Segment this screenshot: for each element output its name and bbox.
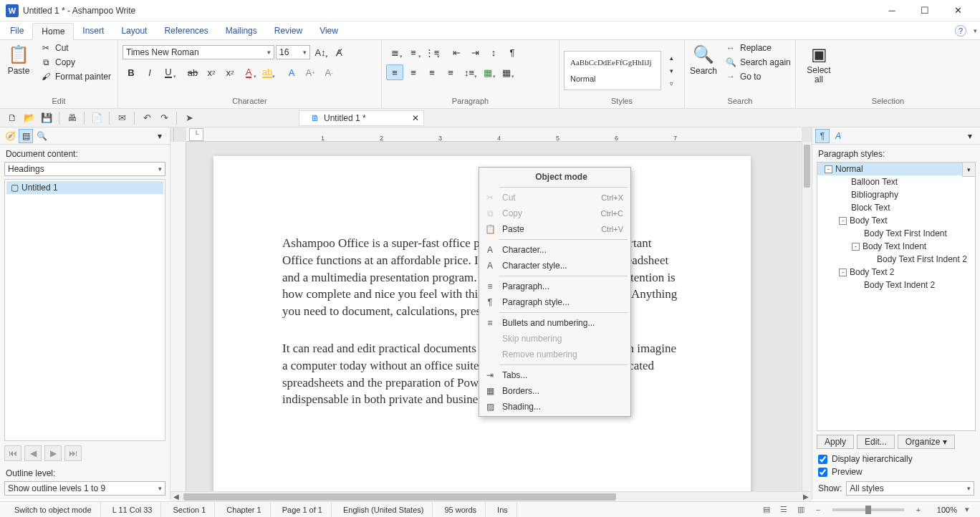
style-node[interactable]: Bibliography: [817, 188, 975, 201]
ctx-tabs-[interactable]: ⇥Tabs...: [479, 367, 630, 383]
copy-button[interactable]: ⧉Copy: [36, 56, 115, 69]
outline-level-combo[interactable]: Show outline levels 1 to 9▾: [4, 481, 165, 496]
bold-icon[interactable]: B: [123, 64, 140, 80]
font-size-step-icon[interactable]: A↕: [312, 44, 329, 60]
borders-icon[interactable]: ▦: [498, 64, 515, 80]
menu-tab-home[interactable]: Home: [32, 23, 74, 40]
superscript-icon[interactable]: x2: [221, 64, 239, 80]
nav-prev-icon[interactable]: ◀: [24, 445, 42, 461]
help-icon[interactable]: ?: [955, 25, 966, 37]
style-node[interactable]: Block Text: [817, 201, 975, 214]
edit-style-button[interactable]: Edit...: [857, 435, 895, 449]
expand-icon[interactable]: -: [852, 243, 860, 251]
horizontal-scrollbar[interactable]: ◀ ▶: [170, 491, 812, 501]
menu-tab-review[interactable]: Review: [266, 23, 311, 39]
nav-first-icon[interactable]: ⏮: [4, 445, 21, 461]
font-family-combo[interactable]: Times New Roman▾: [123, 45, 274, 59]
open-icon[interactable]: 📂: [21, 111, 37, 125]
shrink-font-icon[interactable]: A-: [320, 64, 337, 80]
format-painter-button[interactable]: 🖌Format painter: [36, 70, 115, 83]
cut-button[interactable]: ✂Cut: [36, 42, 115, 54]
paste-button[interactable]: 📋 Paste: [4, 42, 33, 79]
style-tree-dropdown[interactable]: ▾: [962, 163, 975, 177]
ctx-character-style-[interactable]: ACharacter style...: [479, 258, 630, 274]
font-size-combo[interactable]: 16▾: [276, 45, 310, 59]
align-justify-icon[interactable]: ≡: [442, 64, 459, 80]
search-again-button[interactable]: 🔍Search again: [721, 56, 795, 69]
menu-tab-references[interactable]: References: [155, 23, 216, 39]
style-node[interactable]: -Normal: [817, 163, 975, 175]
content-filter-combo[interactable]: Headings▾: [4, 162, 165, 176]
close-button[interactable]: ✕: [941, 0, 974, 21]
shading-icon[interactable]: ▦: [479, 64, 496, 80]
line-spacing-icon[interactable]: ↕≡: [461, 64, 478, 80]
bullets-icon[interactable]: ≣: [386, 44, 403, 60]
email-icon[interactable]: ✉: [114, 111, 130, 125]
style-node[interactable]: -Body Text: [817, 214, 975, 227]
ctx-character-[interactable]: ACharacter...: [479, 242, 630, 258]
undo-icon[interactable]: ↶: [139, 111, 155, 125]
indent-icon[interactable]: ⇥: [466, 44, 484, 60]
style-node[interactable]: -Body Text Indent: [817, 240, 975, 253]
ctx-bullets-and-numbering-[interactable]: ≡Bullets and numbering...: [479, 315, 630, 331]
outdent-icon[interactable]: ⇤: [448, 44, 465, 60]
expand-icon[interactable]: -: [839, 217, 847, 225]
font-color-icon[interactable]: A: [240, 64, 257, 80]
ctx-paragraph-style-[interactable]: ¶Paragraph style...: [479, 294, 630, 310]
outline-tree[interactable]: ▢Untitled 1: [4, 179, 165, 441]
organize-style-button[interactable]: Organize ▾: [898, 435, 955, 449]
vertical-scrollbar[interactable]: [802, 142, 812, 500]
panel-menu-icon[interactable]: ▾: [963, 129, 977, 143]
view-page-icon[interactable]: ▥: [794, 505, 808, 514]
align-right-icon[interactable]: ≡: [423, 64, 441, 80]
expand-icon[interactable]: -: [825, 165, 832, 173]
dropdown-icon[interactable]: ▾: [974, 27, 977, 34]
pointer-icon[interactable]: ➤: [181, 111, 197, 125]
display-hierarchically-checkbox[interactable]: Display hierarchically: [812, 453, 980, 465]
status-mode[interactable]: Switch to object mode: [6, 502, 101, 517]
zoom-value[interactable]: 100%: [928, 506, 957, 514]
tree-node[interactable]: ▢Untitled 1: [6, 181, 163, 194]
expand-icon[interactable]: -: [839, 269, 847, 276]
zoom-in-icon[interactable]: +: [911, 506, 926, 514]
new-doc-icon[interactable]: 🗋: [4, 111, 20, 125]
character-dialog-icon[interactable]: A: [283, 64, 300, 80]
align-center-icon[interactable]: ≡: [405, 64, 422, 80]
para-style-icon[interactable]: ¶: [815, 129, 830, 143]
nav-last-icon[interactable]: ⏭: [64, 445, 82, 461]
vertical-ruler[interactable]: [170, 142, 186, 500]
goto-button[interactable]: →Go to: [721, 70, 795, 83]
italic-icon[interactable]: I: [141, 64, 158, 80]
print-icon[interactable]: 🖶: [64, 111, 80, 125]
style-tree[interactable]: ▾ -NormalBalloon TextBibliographyBlock T…: [817, 162, 976, 431]
subscript-icon[interactable]: x2: [203, 64, 220, 80]
clear-format-icon[interactable]: A̸: [330, 44, 347, 60]
style-up-icon[interactable]: ▴: [663, 52, 680, 64]
strikethrough-icon[interactable]: ab: [184, 64, 201, 80]
style-expand-icon[interactable]: ▿: [663, 77, 680, 90]
style-gallery[interactable]: AaBbCcDdEeFfGgHhIiJj Normal: [564, 51, 661, 90]
menu-tab-view[interactable]: View: [311, 23, 347, 39]
tab-type-icon[interactable]: └: [189, 128, 203, 141]
replace-button[interactable]: ↔Replace: [721, 42, 795, 54]
style-node[interactable]: Balloon Text: [817, 175, 975, 188]
document-tab[interactable]: 🗎 Untitled 1 * ✕: [299, 110, 424, 126]
panel-menu-icon[interactable]: ▾: [153, 129, 167, 143]
select-all-button[interactable]: ▣ Select all: [800, 42, 837, 87]
close-tab-icon[interactable]: ✕: [412, 113, 419, 123]
style-node[interactable]: Body Text First Indent: [817, 227, 975, 240]
zoom-slider[interactable]: [832, 508, 904, 511]
status-language[interactable]: English (United States): [335, 502, 433, 517]
align-left-icon[interactable]: ≡: [386, 64, 403, 80]
nav-search-icon[interactable]: 🔍: [34, 129, 49, 143]
status-wordcount[interactable]: 95 words: [436, 502, 486, 517]
menu-tab-file[interactable]: File: [1, 23, 32, 39]
maximize-button[interactable]: ☐: [908, 0, 941, 21]
status-insert-mode[interactable]: Ins: [489, 502, 517, 517]
grow-font-icon[interactable]: A+: [302, 64, 319, 80]
preview-checkbox[interactable]: Preview: [812, 465, 980, 478]
view-normal-icon[interactable]: ▤: [759, 505, 774, 514]
nav-next-icon[interactable]: ▶: [44, 445, 62, 461]
style-node[interactable]: Body Text Indent 2: [817, 279, 975, 291]
save-icon[interactable]: 💾: [39, 111, 54, 125]
